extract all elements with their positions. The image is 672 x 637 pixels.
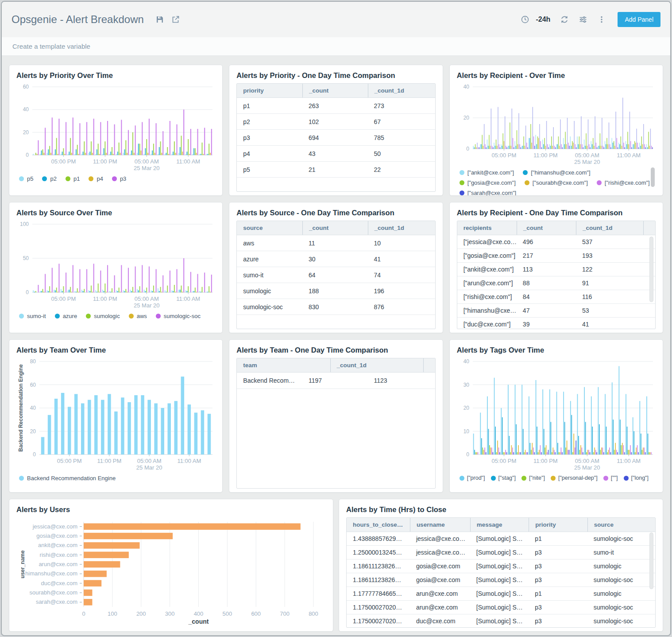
table-row[interactable]: ["gosia@cxe.com"]217193 bbox=[457, 249, 655, 263]
bar-ankit@cxe.com[interactable] bbox=[84, 542, 140, 549]
legend-item[interactable]: p5 bbox=[19, 175, 33, 182]
bar-sarah@cxe.com[interactable] bbox=[84, 599, 92, 606]
scrollbar-thumb[interactable] bbox=[649, 237, 653, 302]
legend-item[interactable]: p2 bbox=[42, 175, 56, 182]
legend-item[interactable]: sumologic-soc bbox=[156, 313, 201, 319]
table-row[interactable]: p3694785 bbox=[237, 130, 435, 146]
table-row[interactable]: 1.25000013245…jessica@cxe.co…[SumoLogic]… bbox=[347, 546, 655, 559]
column-header-priority[interactable]: priority bbox=[529, 518, 587, 532]
legend-item[interactable]: aws bbox=[129, 313, 147, 319]
column-header-_count[interactable]: _count bbox=[302, 221, 368, 235]
legend-item[interactable]: ["long"] bbox=[624, 475, 649, 481]
x-tick-label: 200 bbox=[136, 610, 146, 617]
column-header-source[interactable]: source bbox=[237, 221, 302, 235]
bar-himanshu@cxe.com[interactable] bbox=[84, 571, 107, 577]
table-cell: 273 bbox=[368, 98, 435, 113]
legend-item[interactable]: ["gosia@cxe.com"] bbox=[460, 179, 516, 186]
table-cell: 188 bbox=[302, 283, 368, 299]
column-header-team[interactable]: team bbox=[237, 358, 330, 372]
table-row[interactable]: p210267 bbox=[237, 114, 435, 130]
legend-item[interactable]: p4 bbox=[89, 175, 103, 182]
column-header-blank[interactable] bbox=[643, 221, 655, 235]
legend-item[interactable]: ["ankit@cxe.com"] bbox=[460, 169, 514, 176]
template-variable-bar[interactable]: Create a template variable bbox=[2, 37, 670, 56]
column-header-_count_1d[interactable]: _count_1d bbox=[368, 84, 435, 97]
x-tick-label: 05:00 PM bbox=[51, 158, 76, 165]
add-panel-button[interactable]: Add Panel bbox=[618, 12, 660, 27]
table-row[interactable]: 1.17777784665…arun@cxe.com[SumoLogic] S…… bbox=[347, 587, 655, 601]
column-header-priority[interactable]: priority bbox=[237, 84, 302, 97]
table-cell: 1.17500027020… bbox=[347, 601, 410, 614]
table-row[interactable]: ["rishi@cxe.com"]84116 bbox=[457, 290, 655, 304]
legend-item[interactable]: azure bbox=[55, 313, 77, 319]
y-tick-label: 0 bbox=[33, 451, 36, 458]
refresh-icon[interactable] bbox=[560, 15, 569, 24]
scrollbar-thumb[interactable] bbox=[651, 167, 655, 187]
table-row[interactable]: Backend Recom…11971123 bbox=[237, 373, 435, 389]
legend-item[interactable]: ["stag"] bbox=[491, 475, 516, 481]
table-row[interactable]: ["duc@cxe.com"]3941 bbox=[457, 318, 655, 329]
legend-item[interactable]: sumo-it bbox=[19, 313, 46, 319]
legend-item[interactable]: ["nite"] bbox=[521, 475, 545, 481]
legend-item[interactable]: Backend Recommendation Engine bbox=[19, 475, 116, 482]
column-header-_count_1d[interactable]: _count_1d bbox=[330, 358, 423, 372]
scrollbar-thumb[interactable] bbox=[649, 532, 653, 589]
column-header-blank[interactable] bbox=[423, 358, 435, 372]
table-row[interactable]: 1.18611123826…gosia@cxe.com[SumoLogic] S… bbox=[347, 573, 655, 587]
table-row[interactable]: ["jessica@cxe.co…496537 bbox=[457, 235, 655, 249]
bar-rishi@cxe.com[interactable] bbox=[84, 552, 129, 558]
bar-gosia@cxe.com[interactable] bbox=[84, 533, 173, 540]
kebab-menu-icon[interactable] bbox=[597, 15, 606, 24]
legend-item[interactable]: p1 bbox=[66, 175, 80, 182]
table-row[interactable]: p1263273 bbox=[237, 98, 435, 114]
table-row[interactable]: 1.18611123826…gosia@cxe.com[SumoLogic] S… bbox=[347, 559, 655, 573]
table-row[interactable]: ["himanshu@cxe…4753 bbox=[457, 304, 655, 318]
table-header-row: hours_to_close…usernamemessagepriorityso… bbox=[347, 518, 655, 532]
table-cell: [SumoLogic] S… bbox=[470, 573, 529, 587]
table-row[interactable]: azure3041 bbox=[237, 251, 435, 267]
bar-arun@cxe.com[interactable] bbox=[84, 561, 120, 568]
save-icon[interactable] bbox=[155, 15, 164, 24]
bar-sourabh@cxe.com[interactable] bbox=[84, 590, 92, 596]
column-header-_count[interactable]: _count bbox=[302, 84, 368, 97]
column-header-_count[interactable]: _count bbox=[517, 221, 576, 235]
column-header-_count_1d[interactable]: _count_1d bbox=[368, 221, 435, 235]
table-row[interactable]: sumologic188196 bbox=[237, 283, 435, 299]
table-row[interactable]: 1.17500027020…duc@cxe.com[SumoLogic] S…p… bbox=[347, 614, 655, 628]
legend-item[interactable]: ["personal-dep"] bbox=[551, 475, 598, 481]
column-header-_count_1d[interactable]: _count_1d bbox=[576, 221, 643, 235]
time-range-label[interactable]: -24h bbox=[536, 16, 550, 23]
table-row[interactable]: p52122 bbox=[237, 162, 435, 178]
legend-label: p1 bbox=[73, 175, 80, 182]
filters-icon[interactable] bbox=[579, 15, 587, 24]
table-row[interactable]: ["ankit@cxe.com"]113122 bbox=[457, 263, 655, 276]
table-row[interactable]: aws1110 bbox=[237, 235, 435, 251]
legend-item[interactable]: ["prod"] bbox=[460, 475, 485, 481]
legend-item[interactable]: [""] bbox=[603, 475, 618, 481]
table-row[interactable]: sumo-it6474 bbox=[237, 267, 435, 283]
table-row[interactable]: p44350 bbox=[237, 146, 435, 162]
column-header-recipients[interactable]: recipients bbox=[457, 221, 517, 235]
series-["prod"][interactable] bbox=[473, 366, 647, 455]
bar-jessica@cxe.com[interactable] bbox=[84, 523, 301, 530]
table-cell: 1.17500027020… bbox=[347, 614, 410, 628]
bar-duc@cxe.com[interactable] bbox=[84, 580, 101, 587]
table-row[interactable]: 1.43888857629…jessica@cxe.co…[SumoLogic]… bbox=[347, 532, 655, 546]
legend-item[interactable]: ["himanshu@cxe.com"] bbox=[523, 169, 590, 176]
export-icon[interactable] bbox=[171, 15, 180, 24]
table-row[interactable]: sumologic-soc830876 bbox=[237, 299, 435, 315]
legend-item[interactable]: ["sarah@cxe.com"] bbox=[460, 190, 517, 196]
column-header-hours_to_close…[interactable]: hours_to_close… bbox=[347, 518, 410, 532]
table-row[interactable]: ["arun@cxe.com"]8891 bbox=[457, 276, 655, 290]
legend-item[interactable]: ["sourabh@cxe.com"] bbox=[525, 179, 588, 186]
legend-item[interactable]: ["rishi@cxe.com"] bbox=[597, 179, 650, 186]
clock-icon[interactable] bbox=[521, 15, 529, 24]
column-header-source[interactable]: source bbox=[587, 518, 655, 532]
legend-item[interactable]: sumologic bbox=[86, 313, 120, 319]
series-Backend Recommendation Engine[interactable] bbox=[41, 377, 211, 454]
legend-item[interactable]: p3 bbox=[112, 175, 126, 182]
table-row[interactable]: 1.17500027020…arun@cxe.com[SumoLogic] S…… bbox=[347, 601, 655, 614]
column-header-username[interactable]: username bbox=[410, 518, 470, 532]
column-header-message[interactable]: message bbox=[470, 518, 529, 532]
x-tick-label: 11:00 AM bbox=[176, 158, 200, 165]
